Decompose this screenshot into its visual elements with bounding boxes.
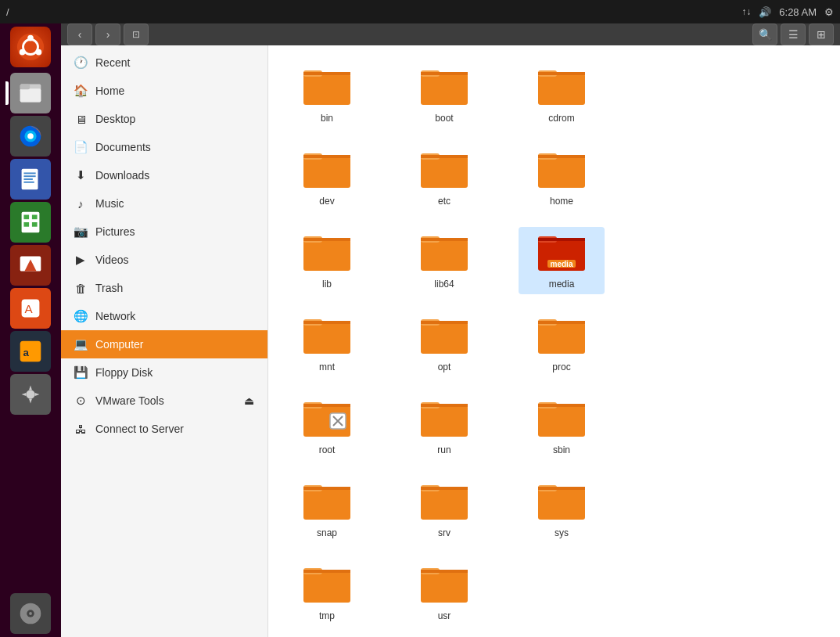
back-button[interactable]: ‹	[67, 23, 92, 45]
view-list-button[interactable]: ☰	[781, 23, 806, 45]
content-area: 🕐 Recent 🏠 Home 🖥 Desktop 📄 Documents	[61, 45, 840, 637]
settings-icon[interactable]: ⚙	[824, 6, 834, 18]
sidebar-item-network[interactable]: 🌐 Network	[61, 302, 267, 330]
sidebar-item-recent[interactable]: 🕐 Recent	[61, 49, 267, 77]
sidebar-item-label: Trash	[95, 282, 258, 294]
launcher-icon-amazon[interactable]: a	[10, 331, 51, 372]
file-item-srv[interactable]: srv	[401, 476, 487, 543]
file-name: media	[549, 279, 575, 290]
file-item-tmp[interactable]: tmp	[284, 559, 370, 626]
svg-rect-77	[421, 404, 468, 407]
svg-rect-78	[538, 405, 585, 437]
svg-rect-90	[303, 571, 350, 603]
launcher-icon-impress[interactable]	[10, 245, 51, 286]
sidebar-item-label: Home	[95, 85, 258, 97]
launcher-icon-writer[interactable]	[10, 159, 51, 200]
sidebar-item-label: Recent	[95, 56, 258, 69]
file-item-boot[interactable]: boot	[401, 61, 487, 128]
svg-rect-6	[20, 88, 41, 102]
svg-rect-93	[421, 571, 468, 603]
svg-rect-33	[303, 72, 350, 75]
file-name: root	[319, 444, 336, 455]
file-item-media[interactable]: media media	[519, 227, 605, 294]
file-item-etc[interactable]: etc	[401, 144, 487, 211]
file-item-home[interactable]: home	[519, 144, 605, 211]
file-name: home	[550, 196, 573, 207]
sidebar-item-vmware[interactable]: ⊙ VMware Tools ⏏	[61, 387, 267, 415]
file-item-root[interactable]: root	[284, 393, 370, 460]
file-area: bin boot	[268, 45, 840, 637]
svg-rect-80	[538, 404, 585, 407]
file-name: snap	[317, 527, 337, 538]
svg-rect-57	[538, 238, 585, 241]
svg-rect-95	[421, 570, 468, 573]
recent-icon: 🕐	[74, 56, 88, 70]
svg-rect-13	[23, 175, 35, 177]
sidebar-item-desktop[interactable]: 🖥 Desktop	[61, 105, 267, 133]
file-item-bin[interactable]: bin	[284, 61, 370, 128]
svg-point-2	[27, 35, 34, 41]
sidebar-item-floppy[interactable]: 💾 Floppy Disk	[61, 358, 267, 387]
svg-rect-84	[421, 488, 468, 520]
sidebar-item-computer[interactable]: 💻 Computer	[61, 330, 267, 358]
sidebar-item-music[interactable]: ♪ Music	[61, 189, 267, 218]
file-item-sbin[interactable]: sbin	[519, 393, 605, 460]
svg-rect-68	[538, 321, 585, 324]
file-item-sys[interactable]: sys	[519, 476, 605, 543]
svg-rect-42	[303, 155, 350, 158]
file-item-proc[interactable]: proc	[519, 310, 605, 377]
file-item-dev[interactable]: dev	[284, 144, 370, 211]
computer-icon: 💻	[74, 337, 88, 351]
launcher-icon-firefox[interactable]	[10, 116, 51, 157]
search-button[interactable]: 🔍	[752, 23, 777, 45]
view-grid-button[interactable]: ⊞	[809, 23, 834, 45]
launcher-icon-files[interactable]	[10, 73, 51, 113]
launcher-icon-dvd[interactable]	[10, 593, 51, 634]
file-name: etc	[438, 196, 451, 207]
file-item-mnt[interactable]: mnt	[284, 310, 370, 377]
sidebar-item-home[interactable]: 🏠 Home	[61, 77, 267, 105]
svg-rect-40	[303, 157, 350, 188]
svg-rect-63	[421, 322, 468, 354]
file-item-usr[interactable]: usr	[401, 559, 487, 626]
launcher: A a	[0, 23, 61, 637]
eject-button[interactable]: ⏏	[239, 391, 258, 410]
launcher-icon-ubuntu[interactable]	[10, 27, 51, 67]
launcher-icon-calc[interactable]	[10, 202, 51, 243]
sidebar-item-label: Connect to Server	[95, 423, 258, 435]
sidebar-item-connect[interactable]: 🖧 Connect to Server	[61, 415, 267, 443]
history-button[interactable]: ⊡	[124, 23, 149, 45]
sidebar-item-downloads[interactable]: ⬇ Downloads	[61, 161, 267, 189]
svg-rect-39	[538, 72, 585, 75]
file-item-run[interactable]: run	[401, 393, 487, 460]
file-item-lib64[interactable]: lib64	[401, 227, 487, 294]
file-item-cdrom[interactable]: cdrom	[519, 61, 605, 128]
sidebar: 🕐 Recent 🏠 Home 🖥 Desktop 📄 Documents	[61, 45, 268, 637]
sidebar-item-videos[interactable]: ▶ Videos	[61, 246, 267, 274]
forward-button[interactable]: ›	[95, 23, 120, 45]
svg-rect-34	[421, 74, 468, 105]
vmware-icon: ⊙	[74, 394, 88, 408]
home-icon: 🏠	[74, 84, 88, 98]
svg-rect-92	[303, 570, 350, 573]
network-icon: 🌐	[74, 309, 88, 323]
file-item-lib[interactable]: lib	[284, 227, 370, 294]
svg-rect-71	[303, 404, 350, 407]
sidebar-item-label: Desktop	[95, 113, 258, 125]
sidebar-item-label: VMware Tools	[95, 394, 232, 407]
file-grid: bin boot	[284, 61, 824, 626]
sidebar-item-documents[interactable]: 📄 Documents	[61, 133, 267, 161]
file-item-opt[interactable]: opt	[401, 310, 487, 377]
svg-rect-81	[303, 488, 350, 520]
launcher-icon-appstore[interactable]: A	[10, 288, 51, 329]
sidebar-item-trash[interactable]: 🗑 Trash	[61, 274, 267, 302]
top-bar: / ↑↓ 🔊 6:28 AM ⚙	[0, 0, 840, 23]
svg-text:A: A	[24, 302, 33, 315]
file-manager: ‹ › ⊡ 🔍 ☰ ⊞ 🕐 Recent 🏠	[61, 23, 840, 637]
desktop-icon: 🖥	[74, 112, 88, 126]
file-item-snap[interactable]: snap	[284, 476, 370, 543]
launcher-icon-settings[interactable]	[10, 374, 51, 415]
trash-icon: 🗑	[74, 281, 88, 295]
svg-rect-14	[23, 178, 32, 180]
sidebar-item-pictures[interactable]: 📷 Pictures	[61, 218, 267, 246]
